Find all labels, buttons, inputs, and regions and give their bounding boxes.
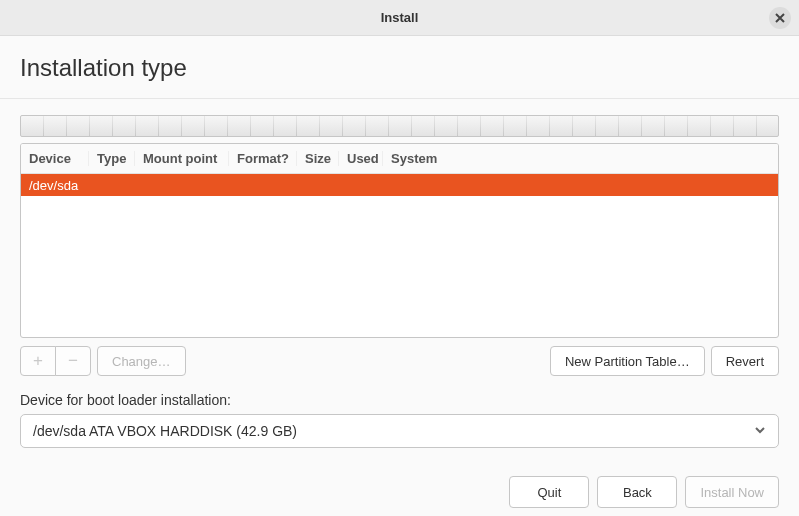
cell-device: /dev/sda bbox=[21, 178, 89, 193]
column-header-device[interactable]: Device bbox=[21, 151, 89, 166]
back-button[interactable]: Back bbox=[597, 476, 677, 508]
close-button[interactable] bbox=[769, 7, 791, 29]
column-header-system[interactable]: System bbox=[383, 151, 778, 166]
column-header-type[interactable]: Type bbox=[89, 151, 135, 166]
revert-button[interactable]: Revert bbox=[711, 346, 779, 376]
column-header-used[interactable]: Used bbox=[339, 151, 383, 166]
chevron-down-icon bbox=[754, 423, 766, 439]
footer-buttons: Quit Back Install Now bbox=[20, 476, 779, 508]
column-header-mount-point[interactable]: Mount point bbox=[135, 151, 229, 166]
table-header-row: Device Type Mount point Format? Size Use… bbox=[21, 144, 778, 174]
window-title: Install bbox=[381, 10, 419, 25]
bootloader-device-select[interactable]: /dev/sda ATA VBOX HARDDISK (42.9 GB) bbox=[20, 414, 779, 448]
bootloader-selected-value: /dev/sda ATA VBOX HARDDISK (42.9 GB) bbox=[33, 423, 297, 439]
table-row[interactable]: /dev/sda bbox=[21, 174, 778, 196]
new-partition-table-button[interactable]: New Partition Table… bbox=[550, 346, 705, 376]
column-header-size[interactable]: Size bbox=[297, 151, 339, 166]
quit-button[interactable]: Quit bbox=[509, 476, 589, 508]
close-icon bbox=[775, 13, 785, 23]
table-body: /dev/sda bbox=[21, 174, 778, 337]
column-header-format[interactable]: Format? bbox=[229, 151, 297, 166]
page-title: Installation type bbox=[20, 36, 779, 98]
partition-table: Device Type Mount point Format? Size Use… bbox=[20, 143, 779, 338]
install-now-button[interactable]: Install Now bbox=[685, 476, 779, 508]
add-partition-button[interactable]: + bbox=[20, 346, 56, 376]
disk-usage-bar[interactable] bbox=[20, 115, 779, 137]
titlebar: Install bbox=[0, 0, 799, 36]
content-area: Installation type Device Type Mount poin… bbox=[0, 36, 799, 508]
divider bbox=[0, 98, 799, 99]
change-button[interactable]: Change… bbox=[97, 346, 186, 376]
partition-toolbar: + − Change… New Partition Table… Revert bbox=[20, 346, 779, 376]
remove-partition-button[interactable]: − bbox=[55, 346, 91, 376]
add-remove-group: + − bbox=[20, 346, 91, 376]
bootloader-label: Device for boot loader installation: bbox=[20, 392, 779, 408]
